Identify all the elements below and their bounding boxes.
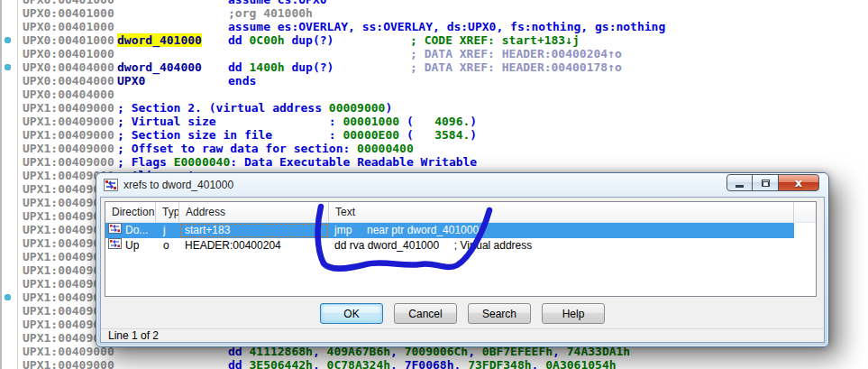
disasm-line[interactable]: UPX0:00401000assume cs:UPX0 (0, 0, 868, 6)
window-controls: x (727, 174, 819, 191)
disasm-line[interactable]: UPX0:00404000dword_404000dd 1400h dup(?)… (0, 60, 868, 74)
address-label: UPX0:00401000 (23, 20, 114, 33)
comment-text: ; CODE XREF: start+183↓j (410, 33, 580, 47)
code-segment: ) (470, 128, 477, 142)
code-segment: , (390, 358, 405, 369)
code-segment: assume cs:UPX0 (228, 0, 327, 6)
code-segment: 00000E00 (343, 128, 399, 142)
column-header-address[interactable]: Address (179, 202, 329, 222)
xref-window-icon (104, 179, 118, 191)
code-segment: 0C78A324h (327, 358, 390, 369)
disasm-line[interactable]: UPX0:00401000; DATA XREF: HEADER:0040020… (0, 47, 868, 60)
code-segment: dd (228, 60, 249, 74)
help-button[interactable]: Help (542, 303, 605, 324)
type-cell: o (156, 238, 179, 254)
code-segment: dd (228, 33, 249, 47)
code-segment: ; Flags (117, 155, 174, 169)
screenshot-root: UPX0:00401000assume cs:UPX0UPX0:00401000… (0, 0, 868, 369)
minimize-button[interactable] (726, 174, 753, 191)
disasm-line[interactable]: UPX0:00404000 (0, 88, 868, 101)
code-segment: 7F0068h (405, 358, 454, 369)
maximize-icon (762, 180, 770, 187)
nav-marker-dot (5, 294, 11, 300)
code-text: assume cs:UPX0 (228, 0, 327, 6)
code-segment: ( (399, 115, 414, 128)
code-segment: ; Virtual size : (117, 115, 343, 128)
code-segment: E0000040 (174, 155, 231, 169)
disasm-line[interactable]: UPX1:00409000; Virtual size : 00001000 (… (0, 115, 868, 128)
column-header-direction[interactable]: Direction (105, 202, 156, 222)
address-label: UPX1:00409000 (23, 358, 114, 369)
dialog-title: xrefs to dword_401000 (123, 179, 233, 191)
dialog-buttons: OKCancelSearchHelp (101, 303, 824, 324)
column-header-typ[interactable]: Typ (156, 202, 179, 222)
ok-button[interactable]: OK (320, 303, 383, 324)
code-text: dd 0C00h dup(?) (228, 33, 333, 47)
disasm-line[interactable]: UPX1:00409000; Offset to raw data for se… (0, 142, 868, 155)
maximize-button[interactable] (752, 174, 779, 191)
code-text: dd 1400h dup(?) (228, 60, 333, 74)
direction-cell: Do... (105, 223, 156, 238)
code-segment: dd (228, 358, 249, 369)
xref-row[interactable]: UpoHEADER:00400204dd rva dword_401000 ; … (105, 238, 794, 254)
close-button[interactable]: x (778, 174, 819, 191)
dialog-titlebar[interactable]: xrefs to dword_401000 x (96, 173, 828, 197)
code-segment: 3E506442h (249, 358, 312, 369)
disasm-line[interactable]: UPX1:00409000; Section 2. (virtual addre… (0, 101, 868, 115)
disasm-line[interactable]: UPX0:00404000UPX0ends (0, 74, 868, 88)
code-segment: ) (385, 101, 392, 115)
direction-cell: Up (105, 238, 156, 254)
code-text: ; Virtual size : 00001000 ( 4096.) (117, 115, 477, 128)
disasm-line[interactable]: UPX0:00401000assume es:OVERLAY, ss:OVERL… (0, 20, 868, 33)
comment-text: ; DATA XREF: HEADER:00400204↑o (410, 47, 622, 60)
type-cell: j (156, 223, 179, 238)
code-text: ; Offset to raw data for section: 000004… (117, 142, 414, 155)
code-segment: dup(?) (285, 33, 334, 47)
code-segment: 4096. (414, 115, 471, 128)
address-label: UPX1:00409000 (23, 142, 114, 155)
disasm-line[interactable]: UPX0:00401000;org 401000h (0, 6, 868, 20)
code-segment: ; Offset to raw data for section: (117, 142, 357, 155)
code-text: ; Section 2. (virtual address 00009000) (117, 101, 392, 115)
disasm-line[interactable]: UPX1:00409000dd 3E506442h, 0C78A324h, 7F… (0, 358, 868, 369)
code-segment: ;org 401000h (228, 6, 313, 20)
xref-row[interactable]: Do...jstart+183jmp near ptr dword_401000 (105, 223, 794, 238)
list-header: DirectionTypAddressText (105, 202, 816, 223)
code-segment: , (454, 358, 469, 369)
address-label: UPX0:00401000 (23, 33, 114, 47)
code-segment: dup(?) (285, 60, 334, 74)
cancel-button[interactable]: Cancel (394, 303, 457, 324)
address-label: UPX1:00409000 (23, 115, 114, 128)
code-segment: assume es:OVERLAY, ss:OVERLAY, ds:UPX0, … (228, 20, 665, 33)
address-label: UPX0:00404000 (23, 60, 114, 74)
text-cell: dd rva dword_401000 ; Virtual address (329, 238, 794, 254)
nav-marker-dot (5, 64, 11, 70)
address-label: UPX0:00404000 (23, 88, 114, 101)
address-cell: HEADER:00400204 (179, 238, 329, 254)
code-segment: ( (399, 128, 414, 142)
disasm-line[interactable]: UPX1:00409000; Section size in file : 00… (0, 128, 868, 142)
column-header-text[interactable]: Text (329, 202, 794, 222)
close-icon: x (795, 175, 802, 190)
search-button[interactable]: Search (468, 303, 531, 324)
dialog-client: DirectionTypAddressText Do...jstart+183j… (100, 197, 825, 343)
code-text: ; Section size in file : 00000E00 ( 3584… (117, 128, 477, 142)
disasm-line[interactable]: UPX1:00409000; Flags E0000040: Data Exec… (0, 155, 868, 169)
address-cell: start+183 (179, 223, 329, 238)
column-header-filler (794, 202, 816, 222)
address-label: UPX1:00409000 (23, 128, 114, 142)
identifier-label: UPX0 (117, 74, 145, 88)
code-segment: 00001000 (343, 115, 399, 128)
code-segment: 1400h (249, 60, 284, 74)
code-segment: 0C00h (249, 33, 284, 47)
code-segment: ; CODE XREF: start+183↓j (410, 33, 580, 47)
code-segment: ) (470, 115, 477, 128)
identifier-label: dword_401000 (117, 33, 202, 47)
list-rows: Do...jstart+183jmp near ptr dword_401000… (105, 223, 816, 254)
xrefs-dialog: xrefs to dword_401000 x DirectionTypAddr… (96, 172, 829, 347)
code-text: ;org 401000h (228, 6, 313, 20)
address-label: UPX0:00401000 (23, 6, 114, 20)
disasm-line[interactable]: UPX0:00401000dword_401000dd 0C00h dup(?)… (0, 33, 868, 47)
status-text: Line 1 of 2 (108, 329, 159, 342)
xref-list: DirectionTypAddressText Do...jstart+183j… (105, 201, 817, 297)
